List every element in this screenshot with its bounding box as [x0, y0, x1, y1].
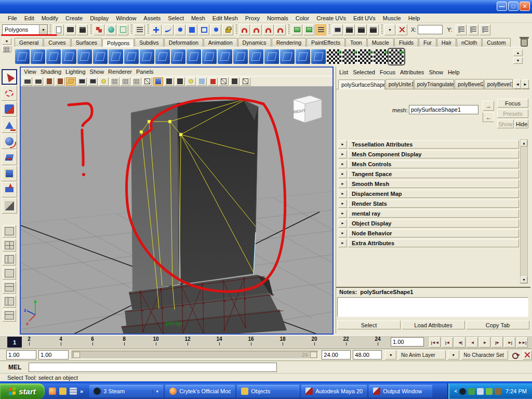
camera-attributes-icon[interactable] [22, 77, 32, 86]
task-group-arrow-icon[interactable]: ▼ [152, 390, 159, 393]
taskbar-task-maya[interactable]: Autodesk Maya 200... [301, 385, 367, 397]
editor-quick-launch-icon[interactable] [70, 388, 77, 395]
x-coordinate-field[interactable] [418, 25, 443, 34]
auto-keyframe-icon[interactable] [512, 351, 520, 358]
expand-icon[interactable]: ► [338, 239, 347, 247]
tray-volume-icon[interactable] [495, 388, 501, 395]
shelf-split-icon[interactable] [233, 49, 248, 64]
shelf-bevel-icon[interactable] [264, 49, 279, 64]
range-start-handle[interactable] [73, 352, 80, 358]
clear-field-icon[interactable] [396, 24, 407, 35]
shelf-tab-polygons[interactable]: Polygons [102, 38, 134, 47]
shelf-tab-fur[interactable]: Fur [419, 38, 436, 47]
frame-tick[interactable]: 14 [211, 336, 227, 345]
viewport-menu-show[interactable]: Show [90, 69, 109, 75]
taskbar-task-objects[interactable]: Objects [237, 385, 299, 397]
toggle-attribute-editor-icon[interactable] [480, 24, 490, 35]
maximize-button[interactable]: □ [508, 2, 518, 11]
anim-layer-selector[interactable]: No Anim Layer [398, 350, 446, 360]
ae-menu-help[interactable]: Help [448, 69, 464, 75]
wireframe-mode-icon[interactable] [142, 77, 152, 86]
layout-persp-button[interactable] [3, 267, 16, 280]
expand-icon[interactable]: ► [338, 209, 347, 218]
select-object-icon[interactable] [105, 24, 116, 35]
quick-select-options-icon[interactable]: ▼ [384, 24, 395, 35]
minimize-button[interactable]: — [497, 2, 507, 11]
expand-icon[interactable]: ► [338, 200, 347, 208]
tab-scroll-right-icon[interactable]: ► [522, 79, 529, 89]
close-button[interactable]: ✕ [520, 2, 530, 11]
grid-toggle-icon[interactable] [66, 77, 76, 86]
lasso-select-tool-button[interactable] [2, 85, 17, 101]
paint-select-tool-button[interactable] [2, 101, 17, 117]
section-extra-attributes[interactable]: ► Extra Attributes [337, 238, 520, 248]
shelf-poly-sphere-icon[interactable] [15, 49, 30, 64]
shelf-poly-plane-icon[interactable] [77, 49, 92, 64]
title-bar[interactable]: — □ ✕ [0, 0, 532, 14]
mesh-name-field[interactable] [409, 105, 478, 114]
shelf-sculpt-icon[interactable] [311, 49, 326, 64]
selection-mask-icon[interactable] [134, 24, 145, 35]
shelf-tab-fluids[interactable]: Fluids [394, 38, 418, 47]
copy-tab-button[interactable]: Copy Tab [466, 321, 529, 329]
step-forward-frame-button[interactable]: ►| [504, 337, 515, 348]
menu-assets[interactable]: Assets [140, 15, 164, 22]
ae-tab-polyunite1[interactable]: polyUnite1 [385, 79, 414, 89]
frame-tick[interactable]: 18 [275, 336, 290, 345]
two-d-pan-zoom-icon[interactable] [55, 77, 65, 86]
tray-network-icon[interactable] [477, 388, 484, 395]
tray-collapse-icon[interactable]: < [455, 389, 457, 394]
folder-quick-launch-icon[interactable] [59, 388, 66, 395]
frame-tick[interactable]: 24 [370, 336, 385, 345]
dropdown-arrow-icon[interactable]: ▼ [39, 25, 47, 34]
tab-scroll-left-icon[interactable]: ◄ [514, 79, 521, 89]
select-tool-button[interactable] [2, 69, 17, 85]
show-output-connections-icon[interactable]: → [483, 112, 494, 122]
shelf-bridge-icon[interactable] [202, 49, 217, 64]
shelf-boolean-icon[interactable] [155, 49, 170, 64]
expand-icon[interactable]: ► [338, 150, 347, 158]
ae-tab-polybevel2[interactable]: polyBevel2 [455, 79, 484, 89]
viewport-menu-renderer[interactable]: Renderer [108, 69, 136, 75]
gate-mask-icon[interactable] [99, 77, 109, 86]
film-gate-icon[interactable] [77, 77, 87, 86]
viewport-menu-shading[interactable]: Shading [41, 69, 65, 75]
input-connections-icon[interactable] [291, 24, 302, 35]
make-live-icon[interactable] [210, 24, 221, 35]
shelf-tab-muscle[interactable]: Muscle [367, 38, 394, 47]
universal-manipulator-button[interactable] [2, 166, 17, 181]
character-set-options-icon[interactable]: ▼ [448, 350, 459, 360]
shelf-poly-torus-icon[interactable] [93, 49, 108, 64]
shelf-scroll-down-icon[interactable]: ▼ [513, 57, 523, 64]
layout-persp-graph-button[interactable] [3, 281, 16, 294]
tray-steam-icon[interactable] [459, 388, 466, 395]
viewport-menu-lighting[interactable]: Lighting [65, 69, 90, 75]
current-frame-marker[interactable]: 1 [7, 337, 22, 348]
image-plane-icon[interactable] [44, 77, 54, 86]
play-backwards-button[interactable]: ◄ [467, 337, 478, 348]
notes-textarea[interactable] [337, 297, 528, 317]
frame-tick[interactable]: 22 [338, 336, 354, 345]
menu-normals[interactable]: Normals [263, 15, 292, 22]
shelf-tab-animation[interactable]: Animation [204, 38, 237, 47]
magnet-snap-plane-icon[interactable] [275, 24, 286, 35]
shelf-uv-texture-icon[interactable] [389, 49, 404, 64]
toggle-layer-editor-icon[interactable] [468, 24, 478, 35]
shelf-tab-ncloth[interactable]: nCloth [457, 38, 482, 47]
shelf-tab-hair[interactable]: Hair [437, 38, 456, 47]
trash-icon[interactable] [521, 38, 528, 47]
taskbar-task-output-window[interactable]: Output Window [369, 385, 432, 397]
quick-launch-more-icon[interactable]: » [80, 388, 83, 394]
expand-icon[interactable]: ► [338, 229, 347, 237]
animation-end-field[interactable] [353, 350, 382, 360]
shelf-tab-curves[interactable]: Curves [44, 38, 70, 47]
layout-hypershade-button[interactable] [3, 295, 16, 308]
menu-proxy[interactable]: Proxy [242, 15, 263, 22]
start-button[interactable]: start [0, 383, 45, 399]
bookmark-icon[interactable] [33, 77, 43, 86]
hide-button[interactable]: Hide [515, 119, 528, 128]
snap-curve-icon[interactable] [163, 24, 174, 35]
layout-outliner-persp-button[interactable] [3, 253, 16, 265]
menu-modify[interactable]: Modify [38, 15, 62, 22]
render-current-frame-icon[interactable] [344, 24, 355, 35]
